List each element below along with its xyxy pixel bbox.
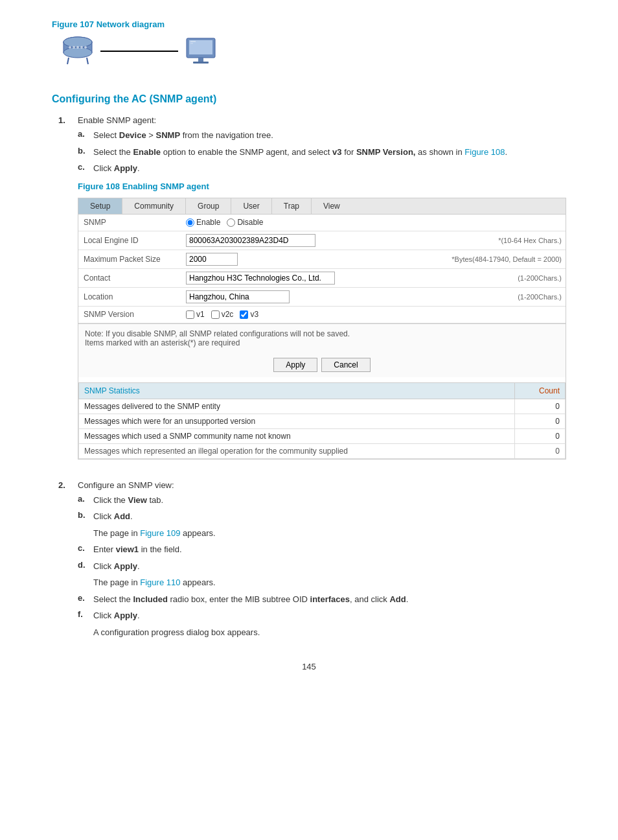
- cancel-button[interactable]: Cancel: [321, 358, 370, 372]
- figure-110-link[interactable]: Figure 110: [140, 578, 180, 587]
- note-section: Note: If you disable SNMP, all SNMP rela…: [78, 323, 566, 353]
- svg-rect-12: [189, 40, 212, 54]
- form-buttons: Apply Cancel: [78, 353, 566, 377]
- svg-point-6: [76, 46, 79, 49]
- max-packet-input[interactable]: [186, 253, 238, 266]
- tab-community[interactable]: Community: [122, 198, 186, 214]
- sub-step-1c: c. Click Apply.: [78, 162, 566, 175]
- network-device-left: [58, 34, 97, 67]
- stats-label-3: Messages which represented an illegal op…: [79, 443, 515, 458]
- sub-step-2b: b. Click Add.: [78, 510, 566, 523]
- v2c-label: v2c: [222, 310, 234, 319]
- stats-header: SNMP Statistics: [79, 382, 515, 399]
- contact-value: [182, 269, 514, 287]
- max-packet-row: Maximum Packet Size *Bytes(484-17940, De…: [78, 250, 566, 269]
- stats-row-3: Messages which represented an illegal op…: [79, 443, 566, 458]
- snmp-tabs: Setup Community Group User Trap View: [78, 198, 566, 215]
- tab-trap[interactable]: Trap: [272, 198, 312, 214]
- v2c-checkbox[interactable]: [211, 310, 220, 319]
- stats-count-header: Count: [515, 382, 566, 399]
- contact-row: Contact (1-200Chars.): [78, 269, 566, 288]
- svg-point-8: [84, 46, 87, 49]
- tab-view[interactable]: View: [312, 198, 352, 214]
- snmp-config-table: Setup Community Group User Trap View SNM…: [78, 198, 566, 460]
- location-input[interactable]: [186, 290, 290, 303]
- engine-id-hint: *(10-64 Hex Chars.): [494, 234, 566, 247]
- tab-user[interactable]: User: [231, 198, 271, 214]
- snmp-version-label: SNMP Version: [78, 307, 182, 321]
- stats-row-2: Messages which used a SNMP community nam…: [79, 428, 566, 443]
- snmp-enable-row: SNMP Enable Disable: [78, 215, 566, 231]
- stats-row-0: Messages delivered to the SNMP entity 0: [79, 399, 566, 414]
- snmp-disable-input[interactable]: [227, 218, 235, 227]
- snmp-enable-radio[interactable]: Enable: [186, 218, 220, 227]
- snmp-version-checkboxes: v1 v2c v3: [182, 307, 566, 321]
- contact-label: Contact: [78, 271, 182, 285]
- section-title: Configuring the AC (SNMP agent): [52, 93, 216, 104]
- location-value: [182, 288, 514, 306]
- stats-count-3: 0: [515, 443, 566, 458]
- tab-setup[interactable]: Setup: [78, 198, 122, 214]
- stats-count-0: 0: [515, 399, 566, 414]
- svg-point-3: [63, 37, 92, 47]
- step-1: 1. Enable SNMP agent: a. Select Device >…: [58, 115, 566, 470]
- snmp-field-label: SNMP: [78, 215, 182, 229]
- note-line-2: Items marked with an asterisk(*) are req…: [85, 338, 559, 347]
- step-2-content: Configure an SNMP view: a. Click the Vie…: [78, 480, 566, 643]
- stats-label-0: Messages delivered to the SNMP entity: [79, 399, 515, 414]
- step-2-intro: Configure an SNMP view:: [78, 480, 174, 490]
- snmp-disable-label: Disable: [237, 218, 263, 227]
- v2c-checkbox-item[interactable]: v2c: [211, 310, 234, 319]
- step-2-sub-steps: a. Click the View tab. b. Click Add. b.: [78, 494, 566, 639]
- engine-id-label: Local Engine ID: [78, 233, 182, 248]
- step-1-number: 1.: [58, 115, 71, 470]
- step-1-intro: Enable SNMP agent:: [78, 115, 156, 125]
- stats-label-1: Messages which were for an unsupported v…: [79, 414, 515, 428]
- figure-109-link[interactable]: Figure 109: [140, 528, 180, 538]
- max-packet-hint: *Bytes(484-17940, Default = 2000): [448, 253, 566, 266]
- location-label: Location: [78, 290, 182, 304]
- v3-checkbox-item[interactable]: v3: [240, 310, 258, 319]
- location-row: Location (1-200Chars.): [78, 288, 566, 307]
- svg-point-2: [63, 47, 92, 58]
- svg-rect-13: [198, 58, 203, 62]
- step-2: 2. Configure an SNMP view: a. Click the …: [58, 480, 566, 643]
- engine-id-input[interactable]: [186, 234, 315, 247]
- v1-label: v1: [196, 310, 205, 319]
- engine-id-value: [182, 231, 494, 250]
- sub-step-2b-note: b. The page in Figure 109 appears.: [78, 527, 566, 540]
- sub-step-2f-note: f. A configuration progress dialog box a…: [78, 626, 566, 639]
- apply-button[interactable]: Apply: [273, 358, 317, 372]
- sub-step-1a: a. Select Device > SNMP from the navigat…: [78, 129, 566, 142]
- svg-rect-14: [193, 62, 209, 64]
- snmp-disable-radio[interactable]: Disable: [227, 218, 263, 227]
- contact-hint: (1-200Chars.): [514, 272, 566, 285]
- snmp-enable-input[interactable]: [186, 218, 194, 227]
- contact-input[interactable]: [186, 272, 335, 285]
- step-2-number: 2.: [58, 480, 71, 643]
- figure-108-label: Figure 108 Enabling SNMP agent: [78, 181, 566, 191]
- location-hint: (1-200Chars.): [514, 290, 566, 303]
- sub-step-2d: d. Click Apply.: [78, 560, 566, 573]
- svg-point-5: [73, 46, 75, 49]
- v1-checkbox-item[interactable]: v1: [186, 310, 205, 319]
- v1-checkbox[interactable]: [186, 310, 194, 319]
- network-diagram: [58, 34, 566, 67]
- snmp-enable-label: Enable: [196, 218, 220, 227]
- tab-group[interactable]: Group: [186, 198, 231, 214]
- sub-step-2f: f. Click Apply.: [78, 609, 566, 622]
- snmp-stats-table: SNMP Statistics Count Messages delivered…: [78, 382, 566, 459]
- figure-108-link[interactable]: Figure 108: [464, 147, 505, 157]
- step-1-content: Enable SNMP agent: a. Select Device > SN…: [78, 115, 566, 470]
- stats-count-1: 0: [515, 414, 566, 428]
- sub-step-2a: a. Click the View tab.: [78, 494, 566, 507]
- page-number: 145: [52, 662, 566, 671]
- engine-id-row: Local Engine ID *(10-64 Hex Chars.): [78, 231, 566, 250]
- stats-count-2: 0: [515, 428, 566, 443]
- note-line-1: Note: If you disable SNMP, all SNMP rela…: [85, 329, 559, 338]
- sub-step-2e: e. Select the Included radio box, enter …: [78, 593, 566, 606]
- v3-label: v3: [250, 310, 258, 319]
- step-1-sub-steps: a. Select Device > SNMP from the navigat…: [78, 129, 566, 175]
- v3-checkbox[interactable]: [240, 310, 248, 319]
- svg-point-7: [80, 46, 83, 49]
